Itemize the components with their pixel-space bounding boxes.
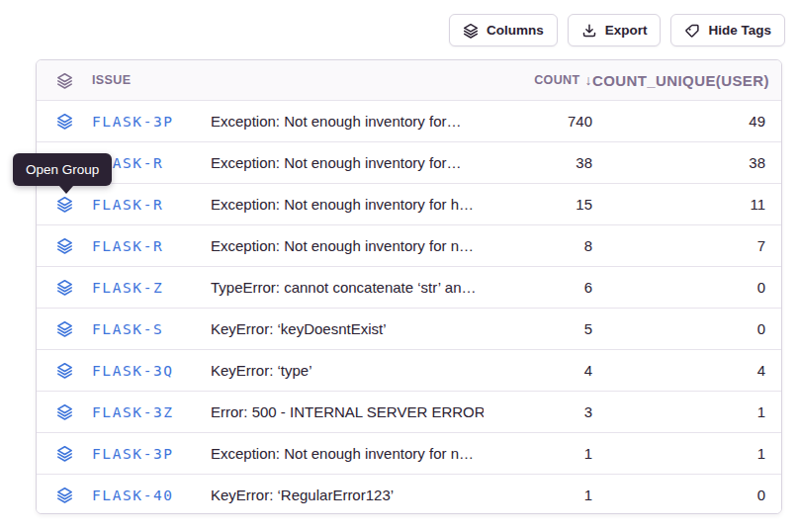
open-group-icon[interactable] <box>56 362 92 379</box>
stack-icon <box>56 403 73 420</box>
count-unique-value: 1 <box>592 445 765 462</box>
hide-tags-button-label: Hide Tags <box>708 23 771 38</box>
results-table: ISSUE COUNT ↓ COUNT_UNIQUE(USER) FLASK-3… <box>36 59 782 514</box>
header-stack-icon <box>56 72 92 89</box>
stack-icon <box>56 279 73 296</box>
count-value: 740 <box>484 113 592 130</box>
open-group-icon[interactable] <box>56 487 92 503</box>
issue-title: KeyError: ‘RegularError123’ <box>211 487 484 503</box>
open-group-icon[interactable] <box>56 196 92 213</box>
open-group-icon[interactable] <box>56 320 92 337</box>
issue-link[interactable]: FLASK-Z <box>92 280 211 296</box>
open-group-icon[interactable] <box>56 279 92 296</box>
issue-link[interactable]: FLASK-3Z <box>92 404 211 420</box>
stack-icon <box>56 196 73 213</box>
export-button[interactable]: Export <box>568 14 662 46</box>
issue-title: Error: 500 - INTERNAL SERVER ERROR <box>211 403 484 420</box>
open-group-icon[interactable] <box>56 445 92 462</box>
stack-icon <box>56 237 73 254</box>
issue-link[interactable]: FLASK-R <box>92 238 211 254</box>
discover-results-page: Columns Export Hide Tags ISSUE COUNT ↓ C… <box>0 0 798 532</box>
issue-link[interactable]: FLASK-3P <box>92 114 211 130</box>
count-value: 38 <box>484 154 592 171</box>
table-row: FLASK-R Exception: Not enough inventory … <box>37 224 781 266</box>
count-unique-value: 1 <box>592 403 765 420</box>
issue-title: Exception: Not enough inventory for… <box>211 154 484 171</box>
table-row: FLASK-S KeyError: ‘keyDoesntExist’ 5 0 <box>37 308 781 349</box>
issue-title: KeyError: ‘type’ <box>211 362 484 379</box>
stack-icon <box>56 362 73 379</box>
count-unique-value: 11 <box>592 196 765 213</box>
stack-icon <box>56 72 73 89</box>
table-row: FLASK-3Z Error: 500 - INTERNAL SERVER ER… <box>37 391 781 432</box>
column-header-count-unique[interactable]: COUNT_UNIQUE(USER) <box>592 72 765 89</box>
tag-icon <box>684 23 700 39</box>
table-row: FLASK-3P Exception: Not enough inventory… <box>37 432 781 474</box>
table-row: FLASK-3P Exception: Not enough inventory… <box>37 100 781 141</box>
open-group-icon[interactable] <box>56 403 92 420</box>
open-group-tooltip: Open Group <box>13 153 112 186</box>
count-value: 15 <box>484 196 592 213</box>
column-header-issue[interactable]: ISSUE <box>92 73 211 87</box>
count-unique-value: 4 <box>592 362 765 379</box>
issue-link[interactable]: FLASK-40 <box>92 488 211 503</box>
issue-title: KeyError: ‘keyDoesntExist’ <box>211 320 484 337</box>
stack-icon <box>463 23 479 39</box>
count-value: 6 <box>484 279 592 296</box>
table-row: FLASK-40 KeyError: ‘RegularError123’ 1 0 <box>37 474 781 514</box>
issue-title: Exception: Not enough inventory for n… <box>211 237 484 254</box>
stack-icon <box>56 113 73 130</box>
table-toolbar: Columns Export Hide Tags <box>449 14 785 46</box>
count-unique-value: 0 <box>592 320 765 337</box>
export-button-label: Export <box>605 23 648 38</box>
count-unique-value: 38 <box>592 154 765 171</box>
count-unique-value: 0 <box>592 279 765 296</box>
sort-desc-icon: ↓ <box>585 72 592 88</box>
columns-button[interactable]: Columns <box>449 14 558 46</box>
issue-link[interactable]: FLASK-3Q <box>92 363 211 379</box>
open-group-icon[interactable] <box>56 113 92 130</box>
issue-title: Exception: Not enough inventory for h… <box>211 196 484 213</box>
count-value: 4 <box>484 362 592 379</box>
stack-icon <box>56 445 73 462</box>
count-value: 1 <box>484 487 592 503</box>
table-row: FLASK-R Exception: Not enough inventory … <box>37 141 781 183</box>
issue-link[interactable]: FLASK-R <box>92 197 211 213</box>
count-unique-value: 0 <box>592 487 765 503</box>
download-icon <box>581 23 597 39</box>
count-header-label: COUNT <box>534 73 579 87</box>
issue-title: TypeError: cannot concatenate ‘str’ an… <box>211 279 484 296</box>
columns-button-label: Columns <box>487 23 544 38</box>
table-row: FLASK-Z TypeError: cannot concatenate ‘s… <box>37 266 781 308</box>
open-group-icon[interactable] <box>56 237 92 254</box>
table-header-row: ISSUE COUNT ↓ COUNT_UNIQUE(USER) <box>37 60 781 100</box>
count-value: 8 <box>484 237 592 254</box>
tooltip-arrow <box>59 186 73 194</box>
issue-title: Exception: Not enough inventory for… <box>211 113 484 130</box>
issue-link[interactable]: FLASK-3P <box>92 446 211 462</box>
count-unique-value: 49 <box>592 113 765 130</box>
table-row: FLASK-R Exception: Not enough inventory … <box>37 183 781 224</box>
hide-tags-button[interactable]: Hide Tags <box>670 14 785 46</box>
table-row: FLASK-3Q KeyError: ‘type’ 4 4 <box>37 349 781 391</box>
count-value: 5 <box>484 320 592 337</box>
stack-icon <box>56 320 73 337</box>
stack-icon <box>56 487 73 503</box>
column-header-count[interactable]: COUNT ↓ <box>484 72 592 88</box>
issue-link[interactable]: FLASK-S <box>92 321 211 337</box>
count-value: 1 <box>484 445 592 462</box>
count-unique-value: 7 <box>592 237 765 254</box>
count-value: 3 <box>484 403 592 420</box>
tooltip-label: Open Group <box>26 162 99 177</box>
issue-title: Exception: Not enough inventory for n… <box>211 445 484 462</box>
